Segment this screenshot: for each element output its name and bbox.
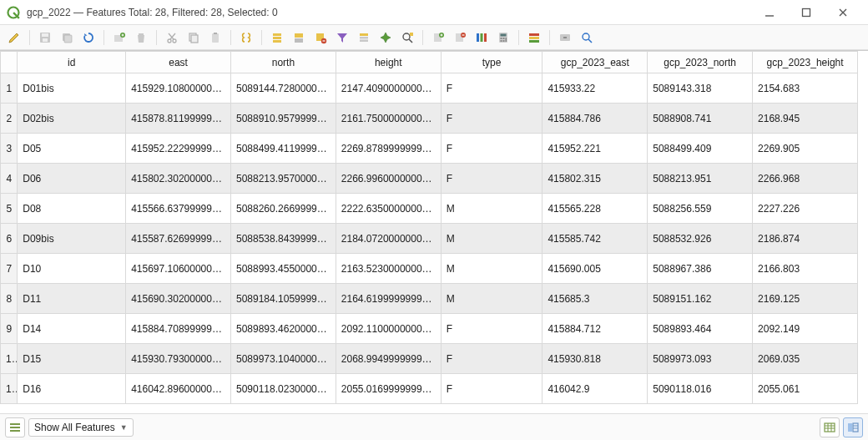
cell-gcp-2023-north[interactable]: 5088213.951	[648, 164, 753, 194]
header-north[interactable]: north	[231, 52, 336, 73]
reload-button[interactable]	[79, 28, 98, 47]
row-number[interactable]: 9	[1, 314, 18, 344]
cell-gcp-2023-height[interactable]: 2269.905	[753, 134, 858, 164]
cell-east[interactable]: 415930.79300000000...	[126, 344, 231, 374]
cell-north[interactable]: 5089973.1040000002...	[231, 344, 336, 374]
cell-gcp-2023-east[interactable]: 416042.9	[542, 374, 648, 404]
row-number[interactable]: 3	[1, 134, 18, 164]
cell-height[interactable]: 2184.072000000000116	[336, 224, 441, 254]
row-number[interactable]: 8	[1, 284, 18, 314]
organize-columns-button[interactable]	[472, 28, 491, 47]
cell-height[interactable]: 2092.110000000000127	[336, 314, 441, 344]
cell-gcp-2023-north[interactable]: 5089151.162	[648, 284, 753, 314]
row-number[interactable]: 6	[1, 224, 18, 254]
cell-east[interactable]: 415952.22299999999...	[126, 134, 231, 164]
cell-id[interactable]: D11	[18, 284, 126, 314]
cell-height[interactable]: 2147.409000000000106	[336, 73, 441, 104]
cell-north[interactable]: 5089893.4620000002...	[231, 314, 336, 344]
filter-selection-button[interactable]	[333, 28, 351, 47]
cell-north[interactable]: 5088993.4550000000...	[231, 254, 336, 284]
cell-type[interactable]: M	[441, 284, 542, 314]
row-number[interactable]: 2	[1, 104, 18, 134]
field-calculator-button[interactable]	[494, 28, 512, 47]
row-number[interactable]: 10	[1, 344, 18, 374]
cell-gcp-2023-north[interactable]: 5088908.741	[648, 104, 753, 134]
cell-north[interactable]: 5088910.9579999996...	[231, 104, 336, 134]
cell-north[interactable]: 5089144.7280000001...	[231, 73, 336, 104]
cell-id[interactable]: D05	[18, 134, 126, 164]
close-button[interactable]	[825, 1, 861, 24]
cell-gcp-2023-east[interactable]: 415690.005	[542, 254, 648, 284]
dock-button[interactable]	[578, 28, 596, 47]
table-row[interactable]: 6D09bis415587.62699999997...5088538.8439…	[1, 224, 858, 254]
cell-gcp-2023-north[interactable]: 5088256.559	[648, 194, 753, 224]
cell-east[interactable]: 415587.62699999997...	[126, 224, 231, 254]
table-row[interactable]: 10D15415930.79300000000...5089973.104000…	[1, 344, 858, 374]
cell-height[interactable]: 2055.016999999999825	[336, 374, 441, 404]
row-number[interactable]: 4	[1, 164, 18, 194]
attribute-table-scroll[interactable]: id east north height type gcp_2023_east …	[0, 50, 868, 413]
table-row[interactable]: 8D11415690.30200000002...5089184.1059999…	[1, 284, 858, 314]
table-row[interactable]: 1D01bis415929.10800000000...5089144.7280…	[1, 73, 858, 104]
cell-height[interactable]: 2266.996000000000095	[336, 164, 441, 194]
header-corner[interactable]	[1, 52, 18, 73]
cell-type[interactable]: M	[441, 254, 542, 284]
cell-gcp-2023-east[interactable]: 415884.786	[542, 104, 648, 134]
cell-gcp-2023-height[interactable]: 2266.968	[753, 164, 858, 194]
delete-field-button[interactable]	[451, 28, 469, 47]
cell-gcp-2023-east[interactable]: 415884.712	[542, 314, 648, 344]
cell-height[interactable]: 2163.523000000000138	[336, 254, 441, 284]
cell-type[interactable]: F	[441, 73, 542, 104]
cell-id[interactable]: D10	[18, 254, 126, 284]
cell-type[interactable]: F	[441, 374, 542, 404]
cell-east[interactable]: 415878.81199999997...	[126, 104, 231, 134]
header-gcp-2023-north[interactable]: gcp_2023_north	[648, 52, 753, 73]
cell-gcp-2023-height[interactable]: 2166.803	[753, 254, 858, 284]
header-gcp-2023-east[interactable]: gcp_2023_east	[542, 52, 648, 73]
cell-north[interactable]: 5088499.4119999995...	[231, 134, 336, 164]
cell-id[interactable]: D08	[18, 194, 126, 224]
cell-height[interactable]: 2068.994999999999891	[336, 344, 441, 374]
cell-gcp-2023-height[interactable]: 2186.874	[753, 224, 858, 254]
multi-save-button[interactable]	[58, 28, 76, 47]
header-id[interactable]: id	[18, 52, 126, 73]
cell-gcp-2023-east[interactable]: 415933.22	[542, 73, 648, 104]
actions-button[interactable]	[556, 28, 574, 47]
switch-table-view-button[interactable]	[820, 417, 840, 437]
select-by-expression-button[interactable]	[237, 28, 255, 47]
minimize-button[interactable]	[751, 1, 788, 24]
cell-gcp-2023-east[interactable]: 415565.228	[542, 194, 648, 224]
cell-north[interactable]: 5088260.2669999999...	[231, 194, 336, 224]
cell-id[interactable]: D09bis	[18, 224, 126, 254]
toggle-editing-button[interactable]	[5, 28, 23, 47]
cell-east[interactable]: 415690.30200000002...	[126, 284, 231, 314]
cell-height[interactable]: 2269.878999999999905	[336, 134, 441, 164]
cell-id[interactable]: D06	[18, 164, 126, 194]
save-edits-button[interactable]	[36, 28, 54, 47]
copy-button[interactable]	[184, 28, 203, 47]
cell-east[interactable]: 415697.10600000002...	[126, 254, 231, 284]
cell-east[interactable]: 415884.70899999997...	[126, 314, 231, 344]
feature-filter-select[interactable]: Show All Features ▼	[28, 418, 134, 437]
cell-gcp-2023-north[interactable]: 5088532.926	[648, 224, 753, 254]
cell-gcp-2023-east[interactable]: 415952.221	[542, 134, 648, 164]
cell-gcp-2023-east[interactable]: 415685.3	[542, 284, 648, 314]
paste-button[interactable]	[206, 28, 225, 47]
cell-north[interactable]: 5088213.9570000004...	[231, 164, 336, 194]
cell-height[interactable]: 2164.619999999999891	[336, 284, 441, 314]
zoom-to-selected-button[interactable]	[398, 28, 416, 47]
row-number[interactable]: 7	[1, 254, 18, 284]
cell-type[interactable]: F	[441, 314, 542, 344]
cell-id[interactable]: D16	[18, 374, 126, 404]
cell-gcp-2023-height[interactable]: 2169.125	[753, 284, 858, 314]
cell-east[interactable]: 416042.89600000000...	[126, 374, 231, 404]
cell-east[interactable]: 415566.63799999997...	[126, 194, 231, 224]
cell-gcp-2023-height[interactable]: 2055.061	[753, 374, 858, 404]
table-row[interactable]: 5D08415566.63799999997...5088260.2669999…	[1, 194, 858, 224]
cell-gcp-2023-east[interactable]: 415585.742	[542, 224, 648, 254]
cell-north[interactable]: 5089184.1059999996...	[231, 284, 336, 314]
table-row[interactable]: 7D10415697.10600000002...5088993.4550000…	[1, 254, 858, 284]
table-row[interactable]: 11D16416042.89600000000...5090118.023000…	[1, 374, 858, 404]
cell-gcp-2023-height[interactable]: 2154.683	[753, 73, 858, 104]
select-all-button[interactable]	[268, 28, 286, 47]
